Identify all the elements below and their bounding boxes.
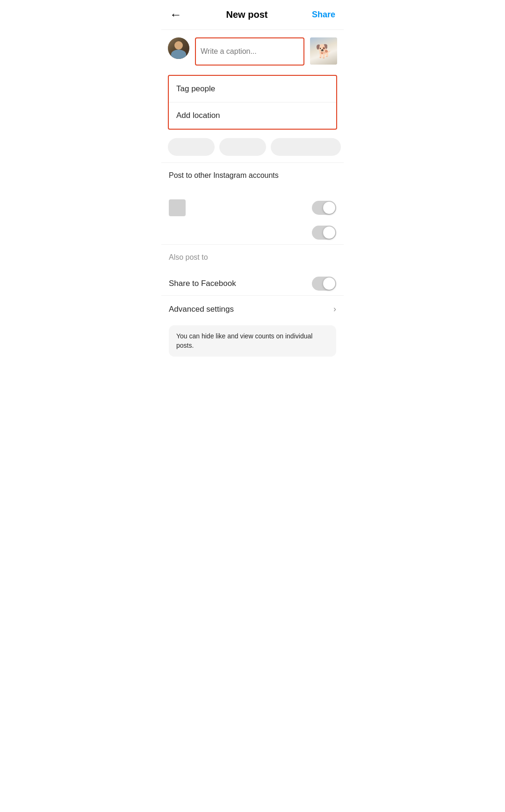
share-facebook-toggle-knob (323, 278, 335, 290)
post-to-other-title: Post to other Instagram accounts (169, 171, 336, 180)
share-facebook-label: Share to Facebook (169, 279, 236, 288)
share-facebook-row: Share to Facebook (161, 272, 344, 295)
advanced-settings-row[interactable]: Advanced settings › (161, 296, 344, 322)
tooltip-bar: You can hide like and view counts on ind… (169, 325, 336, 357)
filter-pill-1[interactable] (168, 138, 215, 156)
tag-people-label: Tag people (176, 84, 215, 93)
page-title: New post (226, 9, 268, 20)
add-location-label: Add location (176, 111, 220, 120)
back-button[interactable]: ← (170, 7, 182, 22)
filter-pill-3[interactable] (271, 138, 341, 156)
account-toggle-row-2 (161, 221, 344, 244)
post-to-other-section: Post to other Instagram accounts (161, 163, 344, 195)
account-toggle-left-1 (169, 199, 186, 216)
advanced-settings-label: Advanced settings (169, 305, 234, 314)
filter-pills-row (161, 133, 344, 162)
tag-location-section: Tag people Add location (168, 75, 337, 130)
also-post-title: Also post to (169, 253, 336, 262)
caption-input[interactable] (201, 42, 299, 61)
share-button[interactable]: Share (312, 10, 335, 20)
also-post-section: Also post to (161, 245, 344, 272)
avatar (168, 37, 189, 59)
tag-people-row[interactable]: Tag people (169, 76, 336, 102)
toggle-knob-2 (323, 227, 335, 239)
share-facebook-toggle[interactable] (312, 277, 336, 291)
filter-pill-2[interactable] (219, 138, 266, 156)
tooltip-text: You can hide like and view counts on ind… (176, 332, 312, 349)
add-location-row[interactable]: Add location (169, 102, 336, 129)
toggle-knob-1 (323, 202, 335, 214)
account-avatar-1 (169, 199, 186, 216)
account-toggle-row-1 (161, 195, 344, 221)
chevron-right-icon: › (333, 304, 336, 314)
account-toggle-1[interactable] (312, 201, 336, 215)
caption-section (161, 30, 344, 73)
post-thumbnail (310, 37, 337, 65)
account-toggle-2[interactable] (312, 226, 336, 240)
header: ← New post Share (161, 0, 344, 30)
caption-input-wrapper (195, 37, 304, 66)
